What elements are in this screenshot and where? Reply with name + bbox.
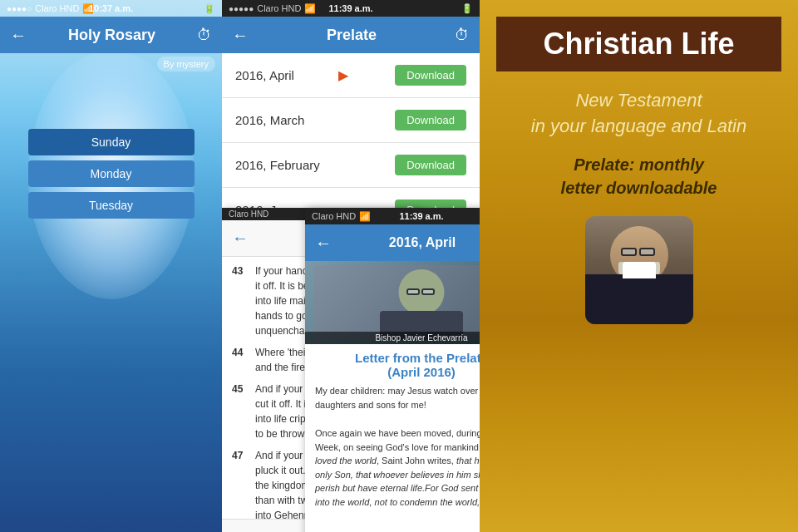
by-mystery-button[interactable]: By mystery	[157, 57, 215, 71]
mark-back-button[interactable]: ←	[232, 229, 249, 248]
april-carrier: Claro HND	[312, 211, 356, 221]
april-bishop-image: Bishop Javier Echevarría	[305, 261, 480, 344]
prelate-row-0[interactable]: 2016, April ▶ Download	[222, 53, 480, 98]
wifi-icon-mid: 📶	[304, 3, 316, 14]
verse-num-44: 44	[232, 345, 255, 375]
verse-num-45: 45	[232, 382, 255, 441]
april-para-1: My dear children: may Jesus watch over m…	[315, 384, 480, 411]
middle-panel: ●●●●● Claro HND 📶 11:39 a.m. 🔋 ← Prelate…	[222, 0, 480, 532]
right-panel: Christian Life New Testament in your lan…	[480, 0, 798, 532]
christian-desc: Prelate: monthly letter downloadable	[561, 153, 717, 200]
christian-subtitle: New Testament in your language and Latin	[531, 88, 746, 140]
april-wifi: 📶	[359, 211, 371, 222]
mark-carrier: Claro HND	[229, 209, 268, 219]
day-button-monday[interactable]: Monday	[28, 160, 195, 187]
battery-icon: 🔋	[204, 3, 215, 14]
verse-num-47: 47	[232, 448, 255, 519]
status-bar-left: ●●●●○ Claro HND 📶 10:37 a.m. 🔋	[0, 0, 222, 17]
battery-area: 🔋	[204, 3, 215, 14]
prelate-label-2: 2016, February	[235, 158, 320, 172]
download-btn-0[interactable]: Download	[395, 65, 466, 86]
letter-title: Letter from the Prelate (April 2016)	[315, 351, 480, 379]
bishop-caption: Bishop Javier Echevarría	[305, 332, 480, 344]
day-button-sunday[interactable]: Sunday	[28, 129, 195, 155]
bishop-collar-right	[623, 262, 656, 278]
status-bar-middle: ●●●●● Claro HND 📶 11:39 a.m. 🔋	[222, 0, 480, 17]
prelate-label-1: 2016, March	[235, 113, 304, 127]
nav-title-prelate: Prelate	[249, 27, 455, 44]
prelate-row-2[interactable]: 2016, February Download	[222, 143, 480, 188]
april-para-2: Once again we have been moved, during Ho…	[315, 426, 480, 509]
april-panel: Claro HND 📶 11:39 a.m. 🔋 ← 2016, April ⏱	[305, 208, 480, 532]
bishop-photo-right	[585, 216, 693, 324]
time-mid: 11:39 a.m.	[328, 3, 372, 13]
back-button-mid[interactable]: ←	[232, 26, 249, 45]
april-nav-bar: ← 2016, April ⏱	[305, 224, 480, 261]
nav-bar-holy-rosary: ← Holy Rosary ⏱	[0, 17, 222, 53]
april-nav-title: 2016, April	[332, 235, 480, 250]
day-button-tuesday[interactable]: Tuesday	[28, 192, 195, 219]
bishop-body-right	[585, 274, 693, 324]
april-letter-content: Letter from the Prelate (April 2016) My …	[305, 344, 480, 532]
timer-icon-left[interactable]: ⏱	[197, 27, 212, 44]
april-time: 11:39 a.m.	[399, 211, 443, 221]
status-bar-carrier-area: ●●●●○ Claro HND 📶	[7, 3, 94, 14]
verse-num-43: 43	[232, 264, 255, 338]
nav-title-holy-rosary: Holy Rosary	[27, 27, 197, 44]
christian-title: Christian Life	[543, 27, 734, 61]
april-back-button[interactable]: ←	[315, 234, 332, 253]
carrier-mid: Claro HND	[257, 3, 301, 13]
timer-icon-mid[interactable]: ⏱	[455, 27, 470, 44]
carrier-name: Claro HND	[35, 3, 79, 13]
day-buttons-container: Sunday Monday Tuesday	[28, 129, 195, 219]
battery-mid: 🔋	[461, 3, 473, 14]
signal-icon: ●●●●○	[7, 4, 32, 13]
april-status-bar: Claro HND 📶 11:39 a.m. 🔋	[305, 208, 480, 224]
back-button-left[interactable]: ←	[10, 26, 27, 45]
time-display: 10:37 a.m.	[89, 3, 133, 13]
nav-bar-prelate: ← Prelate ⏱	[222, 17, 480, 53]
christian-header: Christian Life	[496, 17, 781, 71]
download-btn-2[interactable]: Download	[395, 155, 466, 175]
arrow-icon-0: ▶	[338, 67, 348, 83]
left-panel: ●●●●○ Claro HND 📶 10:37 a.m. 🔋 ← Holy Ro…	[0, 0, 222, 532]
signal-icon-mid: ●●●●●	[229, 4, 254, 13]
download-btn-1[interactable]: Download	[395, 110, 466, 131]
prelate-label-0: 2016, April	[235, 68, 294, 82]
prelate-row-1[interactable]: 2016, March Download	[222, 98, 480, 143]
